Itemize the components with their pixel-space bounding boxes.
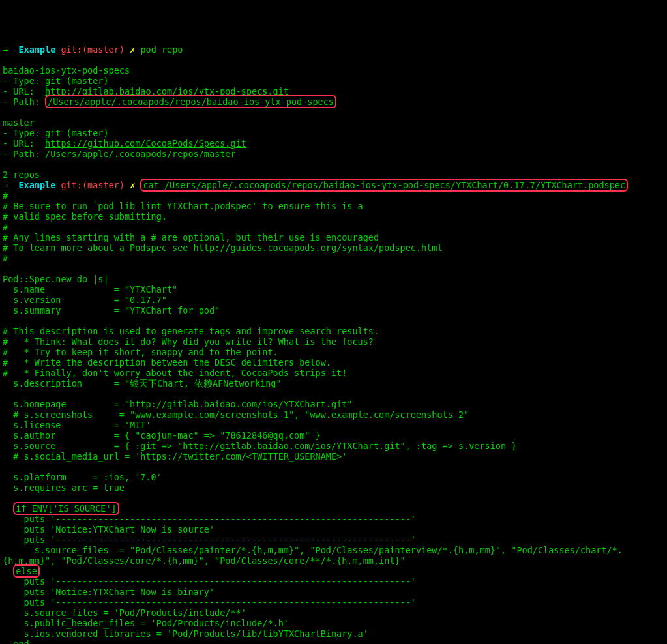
- code-line: s.description = "银天下Chart, 依赖AFNetworkin…: [3, 378, 282, 388]
- code-line: s.name = "YTXChart": [3, 284, 177, 295]
- if-highlighted: if ENV['IS_SOURCE']: [13, 502, 119, 515]
- code-line: s.source = { :git => "http://gitlab.baid…: [3, 441, 516, 451]
- code-line: puts '----------------------------------…: [3, 514, 416, 524]
- code-line: # * Write the description between the DE…: [3, 357, 331, 368]
- code-line: # To learn more about a Podspec see http…: [3, 242, 443, 253]
- repo-count: 2 repos: [3, 169, 40, 180]
- prompt-line-2: → Example git:(master) ✗ cat /Users/appl…: [3, 179, 628, 192]
- code-line: # * Try to keep it short, snappy and to …: [3, 347, 278, 357]
- dirty-mark-icon: ✗: [130, 44, 135, 55]
- repo-url-label: - URL:: [3, 86, 45, 96]
- cwd: Example: [18, 180, 55, 190]
- code-line: puts 'Notice:YTXChart Now is binary': [3, 587, 215, 597]
- code-line: # s.social_media_url = 'https://twitter.…: [3, 451, 347, 461]
- repo-name: baidao-ios-ytx-pod-specs: [3, 65, 130, 76]
- command-highlighted[interactable]: cat /Users/apple/.cocoapods/repos/baidao…: [140, 179, 628, 192]
- code-line: # Be sure to run `pod lib lint YTXChart.…: [3, 201, 363, 211]
- repo-path-highlighted: /Users/apple/.cocoapods/repos/baidao-ios…: [45, 95, 336, 108]
- git-close: ): [119, 44, 125, 55]
- code-line: # Any lines starting with a # are option…: [3, 232, 379, 242]
- cwd: Example: [18, 44, 55, 55]
- code-line: s.source_files = 'Pod/Products/include/*…: [3, 607, 246, 618]
- repo-name: master: [3, 117, 35, 128]
- repo-type: - Type: git (master): [3, 128, 109, 138]
- prompt-line-1: → Example git:(master) ✗ pod repo: [3, 44, 183, 55]
- arrow-icon: →: [3, 180, 8, 190]
- code-line: #: [3, 190, 8, 201]
- code-line: s.version = "0.17.7": [3, 295, 167, 305]
- code-line: Pod::Spec.new do |s|: [3, 274, 109, 284]
- repo-url-label: - URL:: [3, 138, 45, 149]
- code-line: # s.screenshots = "www.example.com/scree…: [3, 409, 469, 420]
- terminal-output: → Example git:(master) ✗ pod repo baidao…: [3, 44, 664, 644]
- code-line: s.ios.vendored_libraries = 'Pod/Products…: [3, 628, 368, 639]
- code-line: # This description is used to generate t…: [3, 326, 379, 336]
- code-line: puts '----------------------------------…: [3, 534, 416, 545]
- command-text[interactable]: pod repo: [140, 44, 183, 55]
- code-line: puts 'Notice:YTXChart Now is source': [3, 524, 215, 534]
- code-line: s.requires_arc = true: [3, 482, 125, 493]
- repo-type: - Type: git (master): [3, 76, 109, 86]
- git-branch: master: [87, 180, 119, 190]
- code-line: # * Think: What does it do? Why did you …: [3, 336, 374, 347]
- git-branch: master: [87, 44, 119, 55]
- repo-path-label: - Path:: [3, 96, 45, 107]
- code-line: #: [3, 222, 8, 232]
- code-line: s.summary = "YTXChart for pod": [3, 305, 220, 315]
- repo-path: - Path: /Users/apple/.cocoapods/repos/ma…: [3, 149, 236, 159]
- code-line: puts '----------------------------------…: [3, 597, 416, 607]
- git-close: ): [119, 180, 125, 190]
- code-line: s.source_files = "Pod/Classes/painter/*.…: [3, 545, 623, 566]
- code-line: puts '----------------------------------…: [3, 576, 416, 587]
- arrow-icon: →: [3, 44, 8, 55]
- git-label: git:(: [61, 44, 87, 55]
- code-line: s.license = 'MIT': [3, 420, 151, 430]
- code-line: end: [3, 639, 29, 644]
- git-label: git:(: [61, 180, 87, 190]
- dirty-mark-icon: ✗: [130, 180, 135, 190]
- code-line: # * Finally, don't worry about the inden…: [3, 368, 347, 378]
- code-line: s.author = { "caojun-mac" => "78612846@q…: [3, 430, 321, 441]
- code-line: s.public_header_files = 'Pod/Products/in…: [3, 618, 289, 628]
- code-line: s.platform = :ios, '7.0': [3, 472, 162, 482]
- code-line: #: [3, 253, 8, 263]
- code-line: # valid spec before submitting.: [3, 211, 167, 222]
- code-line: s.homepage = "http://gitlab.baidao.com/i…: [3, 399, 352, 409]
- repo-url: https://github.com/CocoaPods/Specs.git: [45, 138, 246, 149]
- else-highlighted: else: [13, 564, 40, 578]
